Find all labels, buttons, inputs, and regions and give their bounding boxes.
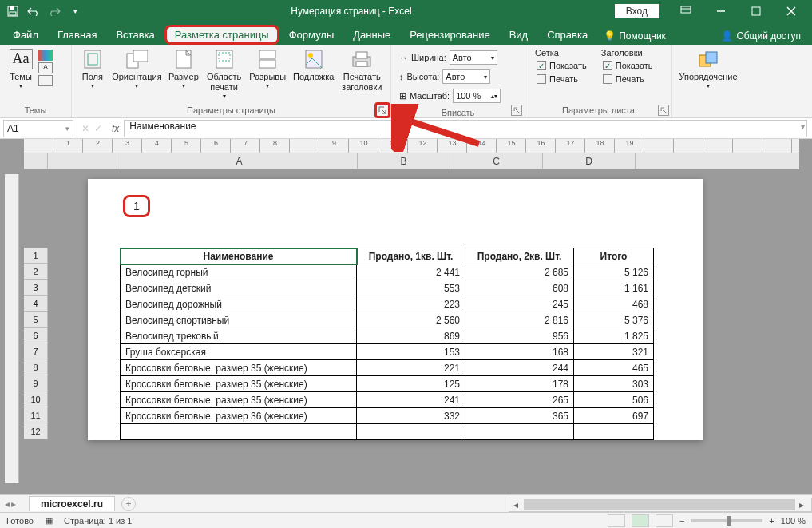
zoom-in-button[interactable]: +: [769, 516, 774, 526]
row-header[interactable]: 4: [24, 296, 48, 312]
table-cell[interactable]: 553: [357, 280, 465, 296]
page-break-view-button[interactable]: [656, 514, 673, 527]
table-row[interactable]: Велосипед спортивный2 5602 8165 376: [121, 312, 654, 328]
table-cell[interactable]: 608: [465, 280, 574, 296]
themes-button[interactable]: Aa Темы▾: [5, 46, 37, 92]
table-cell[interactable]: 506: [574, 392, 654, 408]
table-cell[interactable]: 168: [465, 344, 574, 360]
table-row[interactable]: Кроссовки беговые, размер 35 (женские)12…: [121, 376, 654, 392]
formula-input[interactable]: Наименование▾: [124, 120, 807, 137]
tab-formulas[interactable]: Формулы: [279, 25, 344, 45]
tab-insert[interactable]: Вставка: [106, 25, 164, 45]
ribbon-options-icon[interactable]: [670, 2, 702, 21]
sheet-nav-first-icon[interactable]: ◂: [5, 498, 10, 510]
row-header[interactable]: 6: [24, 328, 48, 343]
row-header[interactable]: 7: [24, 343, 48, 359]
table-cell[interactable]: 5 376: [574, 312, 654, 328]
row-header[interactable]: 8: [24, 359, 48, 375]
column-header-b[interactable]: B: [358, 153, 450, 169]
column-header-c[interactable]: C: [450, 153, 543, 169]
gridlines-print-checkbox[interactable]: Печать: [535, 73, 588, 85]
sheet-tab[interactable]: microexcel.ru: [29, 496, 115, 511]
macro-icon[interactable]: ▦: [45, 515, 53, 526]
headings-view-checkbox[interactable]: ✓Показать: [601, 60, 655, 71]
tab-page-layout[interactable]: Разметка страницы: [164, 25, 279, 45]
save-icon[interactable]: [3, 2, 22, 21]
table-cell[interactable]: 697: [574, 408, 654, 424]
table-cell[interactable]: Груша боксерская: [121, 344, 357, 360]
table-cell[interactable]: Кроссовки беговые, размер 35 (женские): [121, 360, 357, 376]
tab-view[interactable]: Вид: [500, 25, 538, 45]
table-cell[interactable]: Велосипед детский: [121, 280, 357, 296]
row-header[interactable]: 11: [24, 407, 48, 423]
row-header[interactable]: 10: [24, 391, 48, 407]
table-cell[interactable]: 244: [465, 360, 574, 376]
table-cell[interactable]: Велосипед спортивный: [121, 312, 357, 328]
data-table[interactable]: НаименованиеПродано, 1кв. Шт.Продано, 2к…: [120, 248, 654, 440]
table-cell[interactable]: [574, 424, 654, 440]
table-cell[interactable]: 153: [357, 344, 465, 360]
headings-print-checkbox[interactable]: Печать: [601, 73, 655, 85]
table-cell[interactable]: 125: [357, 376, 465, 392]
name-box[interactable]: A1▾: [3, 120, 73, 137]
undo-icon[interactable]: [24, 2, 43, 21]
table-row[interactable]: Кроссовки беговые, размер 35 (женские)22…: [121, 360, 654, 376]
table-cell[interactable]: 465: [574, 360, 654, 376]
background-button[interactable]: Подложка: [291, 46, 337, 84]
fonts-icon[interactable]: A: [38, 62, 53, 73]
expand-formula-icon[interactable]: ▾: [801, 122, 805, 131]
scroll-left-icon[interactable]: ◂: [509, 499, 522, 510]
table-cell[interactable]: 223: [357, 296, 465, 312]
table-cell[interactable]: 2 560: [357, 312, 465, 328]
table-cell[interactable]: 869: [357, 328, 465, 344]
table-cell[interactable]: 2 441: [357, 264, 465, 280]
table-cell[interactable]: [357, 424, 465, 440]
maximize-icon[interactable]: [740, 2, 772, 21]
table-cell[interactable]: 2 816: [465, 312, 574, 328]
page-setup-launcher[interactable]: [374, 102, 390, 118]
table-row[interactable]: Велосипед трековый8699561 825: [121, 328, 654, 344]
column-header-d[interactable]: D: [543, 153, 636, 169]
normal-view-button[interactable]: [608, 514, 625, 527]
table-cell[interactable]: 265: [465, 392, 574, 408]
table-cell[interactable]: Велосипед горный: [121, 264, 357, 280]
scroll-thumb[interactable]: [524, 499, 795, 510]
print-titles-button[interactable]: Печатать заголовки: [338, 46, 386, 94]
table-cell[interactable]: [121, 424, 357, 440]
add-sheet-button[interactable]: +: [121, 497, 136, 511]
zoom-slider[interactable]: [691, 519, 762, 522]
height-dropdown[interactable]: Авто▾: [442, 69, 490, 84]
close-icon[interactable]: [775, 2, 807, 21]
table-cell[interactable]: Велосипед трековый: [121, 328, 357, 344]
table-header[interactable]: Продано, 1кв. Шт.: [357, 248, 465, 264]
table-row[interactable]: Велосипед детский5536081 161: [121, 280, 654, 296]
tab-data[interactable]: Данные: [343, 25, 400, 45]
table-cell[interactable]: 321: [574, 344, 654, 360]
row-header[interactable]: 3: [24, 280, 48, 296]
table-cell[interactable]: Кроссовки беговые, размер 36 (женские): [121, 408, 357, 424]
table-cell[interactable]: 241: [357, 392, 465, 408]
sheet-nav-last-icon[interactable]: ▸: [11, 498, 16, 510]
colors-icon[interactable]: [38, 50, 53, 61]
table-cell[interactable]: 1 825: [574, 328, 654, 344]
tab-home[interactable]: Главная: [48, 25, 106, 45]
table-cell[interactable]: 468: [574, 296, 654, 312]
width-dropdown[interactable]: Авто▾: [450, 50, 497, 65]
table-cell[interactable]: Велосипед дорожный: [121, 296, 357, 312]
horizontal-scrollbar[interactable]: ◂ ▸: [509, 498, 812, 512]
size-button[interactable]: Размер▾: [165, 46, 202, 92]
breaks-button[interactable]: Разрывы▾: [246, 46, 289, 92]
table-row[interactable]: Кроссовки беговые, размер 36 (женские)33…: [121, 408, 654, 424]
zoom-out-button[interactable]: −: [679, 516, 684, 526]
row-header[interactable]: 2: [24, 264, 48, 280]
table-row[interactable]: Груша боксерская153168321: [121, 344, 654, 360]
margins-button[interactable]: Поля▾: [77, 46, 109, 92]
tab-file[interactable]: Файл: [3, 25, 48, 45]
cancel-icon[interactable]: ✕: [81, 123, 89, 134]
share-button[interactable]: 👤Общий доступ: [713, 27, 809, 45]
table-cell[interactable]: 332: [357, 408, 465, 424]
sheet-options-launcher[interactable]: [658, 105, 669, 116]
gridlines-view-checkbox[interactable]: ✓Показать: [535, 60, 588, 71]
table-header[interactable]: Наименование: [121, 248, 357, 264]
table-row[interactable]: [121, 424, 654, 440]
